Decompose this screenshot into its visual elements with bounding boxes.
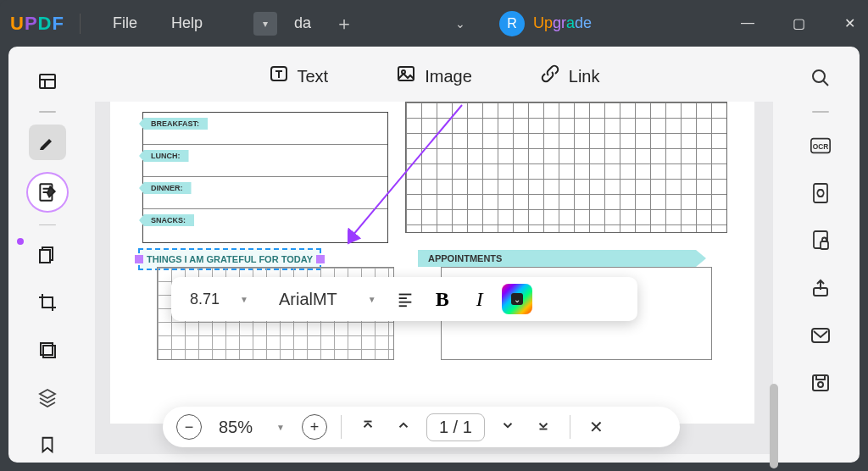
- link-icon: [540, 64, 560, 89]
- svg-rect-0: [40, 75, 55, 88]
- footer-toolbar: − 85% ▼ + 1 / 1 ✕: [163, 407, 680, 447]
- avatar[interactable]: R: [499, 11, 525, 36]
- svg-point-30: [818, 382, 823, 387]
- document-viewport[interactable]: BREAKFAST: LUNCH: DINNER: SNACKS: THINGS…: [95, 102, 773, 454]
- font-toolbar: 8.71 ▼ ArialMT ▼ B I ⌄: [171, 277, 637, 321]
- edit-pdf-icon[interactable]: [26, 172, 69, 213]
- meals-box: BREAKFAST: LUNCH: DINNER: SNACKS:: [142, 112, 388, 243]
- thumbnails-icon[interactable]: [29, 64, 66, 99]
- maximize-button[interactable]: ▢: [790, 15, 807, 31]
- grid-box: [405, 102, 727, 233]
- zoom-in-button[interactable]: +: [302, 414, 327, 440]
- protect-icon[interactable]: [806, 226, 835, 255]
- menu-help[interactable]: Help: [154, 14, 220, 32]
- text-tool-button[interactable]: Text: [269, 64, 329, 89]
- new-tab-icon[interactable]: ＋: [335, 11, 353, 36]
- bookmark-icon[interactable]: [29, 427, 66, 463]
- divider: [812, 111, 829, 113]
- svg-rect-28: [812, 329, 829, 342]
- close-button[interactable]: ✕: [841, 15, 858, 31]
- tab-area: ▾ da ＋ ⌄: [253, 11, 465, 36]
- highlighter-icon[interactable]: [29, 125, 66, 160]
- italic-button[interactable]: I: [465, 284, 495, 314]
- tab-name[interactable]: da: [294, 14, 311, 32]
- image-icon: [396, 64, 416, 89]
- minimize-button[interactable]: —: [739, 15, 756, 31]
- divider: [39, 111, 56, 113]
- link-tool-label: Link: [569, 67, 600, 86]
- font-size-dropdown-icon[interactable]: ▼: [233, 295, 255, 304]
- divider: [341, 415, 342, 439]
- layers-icon[interactable]: [29, 380, 66, 415]
- link-tool-button[interactable]: Link: [540, 64, 600, 89]
- image-tool-button[interactable]: Image: [396, 64, 472, 89]
- selection-handle-right[interactable]: [316, 255, 325, 263]
- window-controls: — ▢ ✕: [739, 15, 858, 31]
- text-tool-label: Text: [298, 67, 329, 86]
- document-center: Text Image Link BREAKFAST: LUNCH: DINNER…: [86, 47, 782, 463]
- watermark-icon[interactable]: [29, 332, 66, 368]
- tab-overflow-icon[interactable]: ⌄: [455, 17, 465, 30]
- pages-icon[interactable]: [29, 237, 66, 273]
- zoom-dropdown-icon[interactable]: ▼: [270, 423, 292, 432]
- selection-handle-left[interactable]: [135, 255, 143, 263]
- ocr-icon[interactable]: OCR: [806, 131, 835, 160]
- share-icon[interactable]: [806, 274, 835, 302]
- upgrade-area[interactable]: R Upgrade: [499, 11, 592, 36]
- font-family-value[interactable]: ArialMT: [262, 290, 354, 309]
- grateful-text: THINGS I AM GRATEFUL FOR TODAY: [147, 254, 313, 264]
- meal-tag-breakfast: BREAKFAST:: [139, 118, 208, 130]
- zoom-out-button[interactable]: −: [176, 414, 202, 440]
- svg-line-21: [823, 80, 828, 86]
- page-indicator[interactable]: 1 / 1: [426, 413, 485, 441]
- close-toolbar-button[interactable]: ✕: [584, 417, 609, 437]
- main-area: Text Image Link BREAKFAST: LUNCH: DINNER…: [8, 47, 860, 463]
- appointments-tag: APPOINTMENTS: [418, 250, 706, 267]
- align-left-button[interactable]: [390, 284, 420, 314]
- first-page-button[interactable]: [355, 418, 381, 437]
- crop-icon[interactable]: [29, 285, 66, 320]
- font-family-dropdown-icon[interactable]: ▼: [361, 295, 383, 304]
- sidebar-indicator-dot: [17, 238, 24, 245]
- color-picker-button[interactable]: ⌄: [502, 284, 532, 314]
- menu-file[interactable]: File: [96, 14, 154, 32]
- top-toolbar: Text Image Link: [86, 47, 782, 97]
- vertical-scrollbar[interactable]: [770, 384, 778, 468]
- meal-tag-dinner: DINNER:: [139, 182, 192, 194]
- divider: [80, 14, 81, 34]
- text-icon: [269, 64, 289, 89]
- svg-text:OCR: OCR: [813, 142, 829, 151]
- prev-page-button[interactable]: [391, 418, 416, 437]
- svg-point-20: [813, 70, 825, 82]
- save-icon[interactable]: [806, 368, 835, 397]
- font-size-value[interactable]: 8.71: [183, 291, 226, 308]
- search-icon[interactable]: [806, 64, 835, 92]
- divider: [39, 224, 56, 226]
- app-logo: UPDF: [10, 13, 64, 35]
- svg-rect-24: [814, 184, 827, 202]
- last-page-button[interactable]: [531, 418, 556, 437]
- document-page: BREAKFAST: LUNCH: DINNER: SNACKS: THINGS…: [110, 102, 754, 424]
- svg-rect-31: [816, 375, 825, 380]
- upgrade-label: Upgrade: [533, 14, 592, 32]
- svg-rect-7: [40, 250, 50, 263]
- left-sidebar: [8, 47, 86, 463]
- chevron-down-icon: ⌄: [511, 293, 523, 305]
- image-tool-label: Image: [425, 67, 472, 86]
- meal-tag-snacks: SNACKS:: [139, 214, 194, 226]
- right-sidebar: OCR: [782, 47, 860, 463]
- svg-rect-26: [821, 241, 828, 249]
- divider: [570, 415, 570, 439]
- svg-rect-11: [398, 67, 414, 80]
- email-icon[interactable]: [806, 321, 835, 350]
- titlebar: UPDF File Help ▾ da ＋ ⌄ R Upgrade — ▢ ✕: [0, 0, 868, 47]
- bold-button[interactable]: B: [427, 284, 458, 314]
- convert-icon[interactable]: [806, 179, 835, 208]
- tab-dropdown-icon[interactable]: ▾: [253, 12, 277, 36]
- next-page-button[interactable]: [495, 418, 520, 437]
- meal-tag-lunch: LUNCH:: [139, 150, 189, 162]
- zoom-value[interactable]: 85%: [212, 418, 259, 437]
